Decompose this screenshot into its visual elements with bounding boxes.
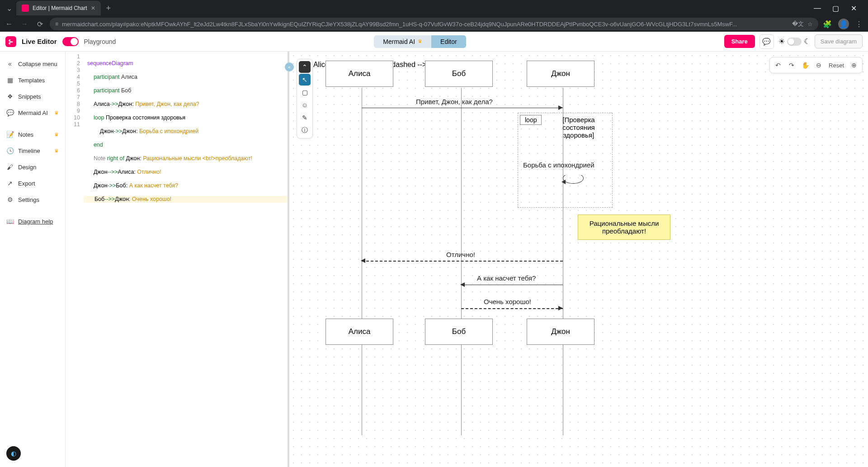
translate-icon[interactable]: �文: [792, 20, 804, 28]
bookmark-icon[interactable]: ☆: [807, 21, 813, 28]
reload-icon[interactable]: ⟳: [34, 20, 45, 29]
reset-zoom-button[interactable]: Reset: [826, 62, 847, 69]
msg-very-good-line: [461, 308, 563, 309]
undo-icon[interactable]: ↶: [772, 59, 784, 71]
loop-label: loop: [520, 115, 542, 125]
preview-pane[interactable]: ⌃ ↖ ▢ ☺ ✎ ⓘ ↶ ↷ ✋ ⊖ Reset ⊕ А: [289, 52, 868, 467]
actor-alice-top[interactable]: Алиса: [326, 61, 393, 87]
sidebar-design[interactable]: 🖌Design: [0, 159, 65, 175]
loop-title: [Проверка состояния здоровья]: [547, 116, 610, 139]
snippets-icon: ❖: [6, 93, 14, 100]
arrow-icon: [561, 180, 566, 184]
tab-editor[interactable]: Editor: [431, 35, 466, 48]
arrow-icon: [361, 258, 365, 263]
sidebar-collapse-menu[interactable]: «Collapse menu: [0, 56, 65, 71]
msg-hello: Привет, Джон, как дела?: [416, 98, 493, 105]
app-body: «Collapse menu ▦Templates ❖Snippets 💬Mer…: [0, 52, 868, 467]
back-icon[interactable]: ←: [4, 20, 14, 28]
app: ⊱ Live Editor Playground Mermaid AI ♛ Ed…: [0, 32, 868, 467]
playground-toggle[interactable]: [62, 37, 79, 46]
browser-tab[interactable]: Editor | Mermaid Chart ✕: [16, 1, 101, 15]
actor-tool-icon[interactable]: ☺: [299, 99, 311, 111]
actor-bob-bottom[interactable]: Боб: [425, 319, 493, 345]
actor-john-top[interactable]: Джон: [527, 61, 594, 87]
app-header: ⊱ Live Editor Playground Mermaid AI ♛ Ed…: [0, 32, 868, 52]
forward-icon[interactable]: →: [19, 20, 30, 28]
sun-icon: ☀: [778, 37, 785, 46]
minimize-icon[interactable]: —: [812, 4, 823, 13]
actor-alice-bottom[interactable]: Алиса: [326, 319, 393, 345]
line-gutter: 1234567891011: [66, 52, 84, 467]
tab-search-icon[interactable]: ⌄: [4, 3, 14, 14]
sequence-diagram: Алиса Боб Джон Привет, Джон, как дела? l…: [307, 61, 859, 462]
msg-great-line: [362, 261, 563, 262]
sidebar-mermaid-ai[interactable]: 💬Mermaid AI♛: [0, 105, 65, 120]
sidebar-export[interactable]: ↗Export: [0, 176, 65, 191]
note-rational: Рациональные мысли преобладают!: [578, 214, 670, 240]
sidebar-notes[interactable]: 📝Notes♛: [0, 127, 65, 142]
msg-hello-line: [362, 108, 563, 108]
zoom-out-icon[interactable]: ⊖: [812, 59, 825, 71]
window-controls: — ▢ ✕: [812, 4, 864, 13]
pen-tool-icon[interactable]: ✎: [299, 112, 311, 124]
extensions-icon[interactable]: 🧩: [823, 20, 832, 29]
crown-icon: ♛: [54, 110, 59, 116]
chat-icon: 💬: [6, 109, 14, 116]
crown-icon: ♛: [54, 132, 59, 138]
profile-icon[interactable]: 👤: [838, 19, 849, 29]
redo-icon[interactable]: ↷: [785, 59, 798, 71]
actor-john-bottom[interactable]: Джон: [527, 319, 594, 345]
browser-chrome: ⌄ Editor | Mermaid Chart ✕ + — ▢ ✕ ← → ⟳…: [0, 0, 868, 32]
close-tab-icon[interactable]: ✕: [91, 5, 95, 11]
theme-switch[interactable]: [787, 38, 802, 46]
sidebar-snippets[interactable]: ❖Snippets: [0, 89, 65, 104]
logo-icon[interactable]: ⊱: [5, 36, 16, 47]
menu-icon[interactable]: ⋮: [855, 20, 863, 29]
sidebar-settings[interactable]: ⚙Settings: [0, 192, 65, 207]
zoom-in-icon[interactable]: ⊕: [848, 59, 860, 71]
share-button[interactable]: Share: [724, 35, 755, 48]
crown-icon: ♛: [418, 38, 422, 44]
book-icon: 📖: [6, 218, 14, 225]
maximize-icon[interactable]: ▢: [830, 4, 841, 13]
msg-hypochondria: Борьба с ипохондрией: [523, 161, 594, 169]
info-tool-icon[interactable]: ⓘ: [299, 124, 311, 136]
sidebar-timeline[interactable]: 🕓Timeline♛: [0, 143, 65, 158]
shape-tool-icon[interactable]: ▢: [299, 86, 311, 98]
lifeline-bob: [461, 88, 462, 435]
collapse-tools-icon[interactable]: ⌃: [299, 61, 311, 73]
url-bar[interactable]: ≡ mermaidchart.com/play#pako:eNptkMFOwkA…: [50, 18, 818, 30]
design-icon: 🖌: [6, 163, 14, 171]
tab-title: Editor | Mermaid Chart: [33, 5, 87, 11]
save-diagram-button[interactable]: Save diagram: [815, 34, 863, 48]
actor-bob-top[interactable]: Боб: [425, 61, 493, 87]
crown-icon: ♛: [54, 148, 59, 154]
msg-how-about-you: А как насчет тебя?: [477, 274, 536, 282]
tab-mermaid-ai[interactable]: Mermaid AI ♛: [374, 35, 431, 48]
comment-button[interactable]: 💬: [760, 34, 774, 49]
tab-bar: ⌄ Editor | Mermaid Chart ✕ + — ▢ ✕: [0, 0, 868, 16]
theme-toggle[interactable]: ☀ ☾: [778, 37, 810, 46]
header-title: Live Editor: [22, 38, 57, 45]
collapse-editor-icon[interactable]: «: [285, 62, 294, 71]
select-tool-icon[interactable]: ↖: [299, 74, 311, 86]
mode-tabs: Mermaid AI ♛ Editor: [374, 35, 466, 48]
code-editor[interactable]: 1234567891011 sequenceDiagram participan…: [66, 52, 289, 467]
gear-icon: ⚙: [6, 196, 14, 203]
templates-icon: ▦: [6, 76, 14, 84]
close-window-icon[interactable]: ✕: [848, 4, 859, 13]
arrow-icon: [558, 306, 563, 310]
sidebar-templates[interactable]: ▦Templates: [0, 72, 65, 88]
export-icon: ↗: [6, 180, 14, 187]
new-tab-button[interactable]: +: [103, 4, 115, 13]
site-info-icon[interactable]: ≡: [55, 21, 58, 27]
sidebar-diagram-help[interactable]: 📖Diagram help: [0, 214, 65, 229]
code-content[interactable]: sequenceDiagram participant Алиса partic…: [84, 52, 288, 467]
arrow-icon: [460, 282, 465, 287]
moon-icon: ☾: [804, 37, 810, 46]
self-loop-icon: [563, 173, 584, 184]
help-widget-icon[interactable]: ◐: [6, 446, 21, 461]
nav-bar: ← → ⟳ ≡ mermaidchart.com/play#pako:eNptk…: [0, 16, 868, 32]
pan-icon[interactable]: ✋: [799, 59, 811, 71]
notes-icon: 📝: [6, 131, 14, 138]
